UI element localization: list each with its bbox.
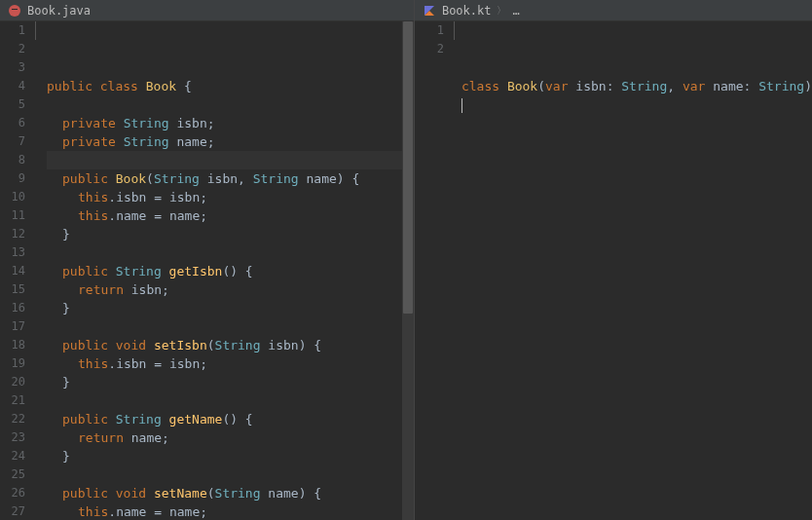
right-editor-body[interactable]: 12 class Book(var isbn: String, var name…	[415, 21, 812, 520]
line-number: 10	[0, 188, 25, 206]
code-line[interactable]: public String getIsbn() {	[47, 262, 414, 280]
line-number: 17	[0, 317, 25, 336]
code-line[interactable]: public Book(String isbn, String name) {	[47, 169, 414, 188]
right-gutter: 12	[415, 21, 454, 520]
left-gutter: 1234567891011121314151617181920212223242…	[0, 21, 35, 520]
code-line[interactable]: }	[47, 299, 414, 317]
code-line[interactable]: public void setIsbn(String isbn) {	[47, 336, 414, 354]
code-line[interactable]: }	[47, 447, 414, 465]
code-line[interactable]: public String getName() {	[47, 410, 414, 428]
code-line[interactable]: this.name = name;	[47, 502, 414, 520]
svg-rect-1	[12, 9, 18, 10]
line-number: 25	[0, 465, 25, 484]
right-breadcrumb[interactable]: …	[512, 4, 519, 18]
left-scrollbar-thumb[interactable]	[403, 21, 413, 314]
line-number: 3	[0, 58, 25, 77]
code-line[interactable]: this.name = name;	[47, 206, 414, 225]
line-number: 18	[0, 336, 25, 354]
code-line[interactable]: private String name;	[47, 132, 414, 151]
line-number: 2	[0, 40, 25, 58]
line-number: 9	[0, 169, 25, 188]
line-number: 22	[0, 410, 25, 428]
line-number: 19	[0, 354, 25, 373]
code-line[interactable]	[461, 95, 812, 114]
code-line[interactable]: return name;	[47, 428, 414, 447]
line-number: 15	[0, 280, 25, 299]
line-number: 12	[0, 225, 25, 243]
code-line[interactable]: private String isbn;	[47, 114, 414, 132]
right-tab-bar: Book.kt 〉 …	[415, 0, 812, 21]
line-number: 26	[0, 484, 25, 502]
right-tab-filename[interactable]: Book.kt	[442, 4, 492, 18]
line-number: 27	[0, 502, 25, 520]
line-number: 6	[0, 114, 25, 132]
code-line[interactable]	[47, 391, 414, 410]
line-number: 11	[0, 206, 25, 225]
left-scrollbar[interactable]	[402, 21, 414, 520]
text-caret	[461, 98, 462, 113]
line-number: 20	[0, 373, 25, 391]
code-line[interactable]: }	[47, 225, 414, 243]
code-line[interactable]	[47, 465, 414, 484]
code-line[interactable]: public void setName(String name) {	[47, 484, 414, 502]
code-line[interactable]: class Book(var isbn: String, var name: S…	[461, 77, 812, 95]
line-number: 24	[0, 447, 25, 465]
code-line[interactable]: this.isbn = isbn;	[47, 354, 414, 373]
kotlin-file-icon	[423, 4, 436, 18]
left-tab-filename[interactable]: Book.java	[27, 4, 91, 18]
fold-guide	[454, 21, 455, 40]
right-editor-pane: Book.kt 〉 … 12 class Book(var isbn: Stri…	[414, 0, 812, 520]
line-number: 5	[0, 95, 25, 114]
line-number: 16	[0, 299, 25, 317]
left-editor-body[interactable]: 1234567891011121314151617181920212223242…	[0, 21, 414, 520]
line-number: 13	[0, 243, 25, 262]
line-number: 23	[0, 428, 25, 447]
right-code[interactable]: class Book(var isbn: String, var name: S…	[454, 21, 812, 520]
java-file-icon	[8, 4, 21, 18]
line-number: 7	[0, 132, 25, 151]
code-line[interactable]: public class Book {	[47, 77, 414, 95]
line-number: 21	[0, 391, 25, 410]
code-line[interactable]	[47, 317, 414, 336]
line-number: 8	[0, 151, 25, 169]
code-line[interactable]: return isbn;	[47, 280, 414, 299]
left-tab-bar: Book.java	[0, 0, 414, 21]
breadcrumb-separator: 〉	[497, 4, 506, 18]
line-number: 4	[0, 77, 25, 95]
svg-point-0	[9, 5, 20, 17]
fold-guide	[35, 21, 36, 40]
left-code[interactable]: public class Book {private String isbn;p…	[35, 21, 414, 520]
code-line[interactable]	[47, 151, 414, 169]
line-number: 1	[415, 21, 444, 40]
line-number: 2	[415, 40, 444, 58]
line-number: 14	[0, 262, 25, 280]
code-line[interactable]	[47, 243, 414, 262]
code-line[interactable]	[47, 95, 414, 114]
line-number: 1	[0, 21, 25, 40]
left-editor-pane: Book.java 123456789101112131415161718192…	[0, 0, 414, 520]
code-line[interactable]: }	[47, 373, 414, 391]
code-line[interactable]: this.isbn = isbn;	[47, 188, 414, 206]
